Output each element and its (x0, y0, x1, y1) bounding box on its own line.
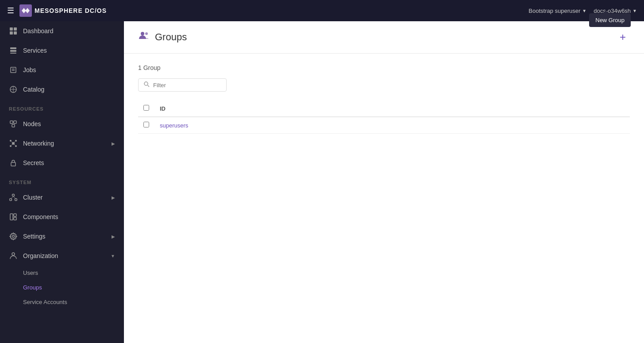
svg-point-19 (15, 140, 17, 142)
secrets-icon (9, 158, 18, 167)
svg-line-31 (13, 197, 15, 199)
sidebar: Dashboard Services Jobs Catalog Resource… (0, 21, 124, 343)
svg-rect-16 (12, 124, 15, 127)
svg-rect-3 (10, 31, 13, 35)
svg-rect-33 (14, 214, 16, 216)
sidebar-item-organization[interactable]: Organization ▼ (0, 246, 124, 266)
sidebar-item-catalog[interactable]: Catalog (0, 80, 124, 99)
catalog-icon (9, 85, 18, 94)
main-content: Groups + 1 Group ID (124, 21, 644, 343)
networking-arrow-icon: ▶ (112, 141, 115, 146)
sidebar-item-label: Secrets (23, 159, 44, 166)
svg-line-22 (12, 142, 12, 143)
groups-label: Groups (23, 284, 42, 291)
topbar: ☰ MESOSPHERE DC/OS Bootstrap superuser ▼… (0, 0, 644, 21)
sidebar-item-secrets[interactable]: Secrets (0, 153, 124, 173)
user-caret-icon: ▼ (582, 8, 586, 13)
sidebar-item-dashboard[interactable]: Dashboard (0, 21, 124, 41)
table-header-checkbox (138, 100, 154, 117)
svg-point-21 (15, 145, 17, 147)
topbar-left: ☰ MESOSPHERE DC/OS (7, 4, 107, 17)
service-accounts-label: Service Accounts (23, 299, 67, 305)
users-label: Users (23, 270, 38, 276)
topbar-user[interactable]: Bootstrap superuser ▼ (528, 8, 586, 14)
sidebar-item-label: Cluster (23, 194, 42, 201)
svg-rect-7 (10, 53, 16, 54)
svg-point-18 (10, 140, 12, 142)
sidebar-item-settings[interactable]: Settings ▶ (0, 227, 124, 246)
table-row: superusers (138, 117, 630, 134)
org-arrow-icon: ▼ (111, 254, 115, 258)
svg-rect-32 (10, 214, 13, 220)
dashboard-icon (9, 27, 18, 35)
page-header: Groups + (124, 21, 644, 54)
groups-table: ID superusers (138, 100, 630, 134)
svg-point-36 (12, 253, 15, 255)
groups-page-icon (138, 30, 150, 44)
svg-rect-2 (14, 27, 17, 31)
table-cell-checkbox (138, 117, 154, 134)
settings-icon (9, 232, 18, 241)
filter-icon (144, 81, 150, 89)
new-group-tooltip: New Group (589, 13, 631, 27)
content-area: 1 Group ID supe (124, 54, 644, 144)
username-caret-icon: ▼ (632, 8, 637, 13)
svg-point-28 (10, 199, 12, 201)
svg-point-39 (144, 82, 148, 85)
jobs-icon (9, 66, 18, 74)
svg-rect-26 (11, 162, 15, 166)
add-group-button[interactable]: + (616, 30, 630, 44)
svg-rect-5 (10, 47, 16, 49)
sidebar-subitem-service-accounts[interactable]: Service Accounts (0, 295, 124, 309)
sidebar-item-label: Components (23, 213, 58, 220)
svg-line-30 (11, 197, 13, 199)
svg-point-35 (12, 235, 15, 238)
sidebar-item-nodes[interactable]: Nodes (0, 114, 124, 134)
menu-toggle[interactable]: ☰ (7, 6, 14, 15)
row-checkbox[interactable] (143, 122, 149, 127)
svg-rect-34 (14, 217, 16, 220)
sidebar-item-networking[interactable]: Networking ▶ (0, 134, 124, 153)
svg-rect-4 (14, 31, 17, 35)
cluster-icon (9, 193, 18, 202)
svg-rect-8 (11, 67, 16, 73)
table-cell-id[interactable]: superusers (154, 117, 630, 134)
logo[interactable]: MESOSPHERE DC/OS (19, 4, 107, 17)
system-section-label: System (0, 173, 124, 188)
svg-point-27 (12, 194, 15, 197)
new-group-tooltip-label: New Group (595, 17, 625, 23)
sidebar-item-jobs[interactable]: Jobs (0, 60, 124, 80)
sidebar-subitem-groups[interactable]: Groups (0, 280, 124, 295)
sidebar-item-cluster[interactable]: Cluster ▶ (0, 188, 124, 207)
svg-rect-6 (10, 50, 16, 52)
svg-rect-15 (14, 121, 16, 123)
nodes-icon (9, 119, 18, 128)
sidebar-item-label: Services (23, 47, 47, 54)
svg-line-23 (14, 142, 15, 143)
sidebar-item-label: Nodes (23, 120, 41, 127)
svg-line-25 (14, 144, 15, 145)
resources-section-label: Resources (0, 99, 124, 114)
sidebar-item-services[interactable]: Services (0, 41, 124, 60)
services-icon (9, 46, 18, 55)
components-icon (9, 212, 18, 221)
page-title: Groups (155, 31, 187, 43)
sidebar-item-label: Organization (23, 252, 58, 259)
networking-icon (9, 139, 18, 148)
filter-input[interactable] (153, 82, 221, 89)
logo-text: MESOSPHERE DC/OS (35, 7, 107, 14)
group-count: 1 Group (138, 64, 630, 71)
svg-line-40 (148, 85, 150, 87)
svg-rect-14 (10, 121, 13, 123)
sidebar-item-label: Jobs (23, 66, 36, 73)
svg-point-37 (141, 32, 144, 35)
table-header-id: ID (154, 100, 630, 117)
sidebar-item-components[interactable]: Components (0, 207, 124, 227)
svg-point-38 (145, 32, 148, 35)
settings-arrow-icon: ▶ (112, 234, 115, 239)
sidebar-subitem-users[interactable]: Users (0, 266, 124, 280)
sidebar-item-label: Catalog (23, 86, 44, 93)
svg-point-29 (15, 199, 17, 201)
svg-point-20 (10, 145, 12, 147)
select-all-checkbox[interactable] (143, 105, 149, 111)
